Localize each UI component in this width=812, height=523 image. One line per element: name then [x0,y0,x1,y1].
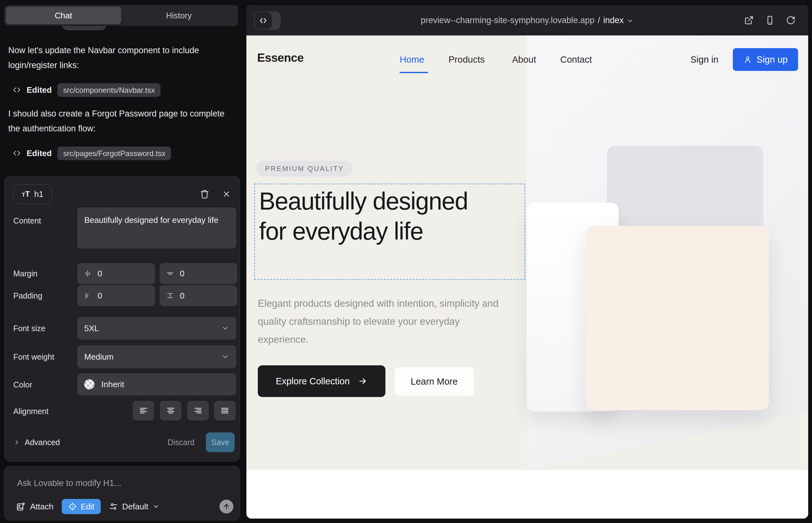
user-icon [743,55,752,64]
padding-y-value: 0 [180,291,184,301]
sign-up-label: Sign up [757,54,788,65]
prompt-input[interactable] [17,479,226,488]
nav-active-underline [400,72,428,73]
crosshair-icon [68,502,77,511]
site-logo[interactable]: Essence [257,51,304,65]
url-page: index [603,16,624,25]
font-size-value: 5XL [84,324,99,333]
chevron-down-icon [627,17,634,24]
align-center-button[interactable] [160,401,181,420]
padding-x-input[interactable]: 0 [77,285,155,306]
font-weight-label: Font weight [13,353,54,362]
file-chip[interactable]: src/pages/ForgotPassword.tsx [57,147,171,160]
close-editor-button[interactable] [222,190,231,198]
alignment-label: Alignment [13,407,49,416]
color-label: Color [13,380,32,390]
margin-x-input[interactable]: 0 [77,263,155,284]
edited-file-row: Edited src/components/Navbar.tsx [13,83,161,97]
mode-label: Default [122,502,148,511]
hero-heading[interactable]: Beautifully designed for everyday life [259,186,468,246]
attach-label: Attach [30,502,54,511]
url-separator: / [598,16,600,25]
tab-history[interactable]: History [121,7,237,24]
chat-message: I should also create a Forgot Password p… [8,106,235,136]
align-left-icon [139,406,148,415]
align-justify-icon [220,406,230,415]
color-select[interactable]: Inherit [77,373,236,395]
nav-link-products[interactable]: Products [448,54,484,65]
mobile-view-button[interactable] [765,16,775,25]
arrow-right-icon [358,376,367,386]
mode-select-button[interactable]: Default [109,502,160,511]
arrow-up-icon [222,502,231,511]
edited-file-row: Edited src/pages/ForgotPassword.tsx [13,146,171,160]
chat-history-tabs: Chat History [4,5,238,26]
nav-link-home[interactable]: Home [400,54,424,65]
margin-y-value: 0 [180,269,184,278]
editor-header: TT h1 [13,184,231,204]
font-weight-select[interactable]: Medium [77,345,236,368]
align-left-button[interactable] [133,401,154,420]
edited-label: Edited [27,148,52,158]
align-right-icon [193,406,203,415]
element-tag-pill[interactable]: TT h1 [13,184,52,204]
font-size-select[interactable]: 5XL [77,317,236,340]
save-button[interactable]: Save [206,432,235,452]
refresh-button[interactable] [786,16,796,25]
padding-y-input[interactable]: 0 [160,285,237,306]
chat-message: Now let's update the Navbar component to… [8,43,235,73]
decorative-card-beige [586,226,769,410]
attach-button[interactable]: Attach [16,502,54,511]
color-swatch-icon [84,379,94,390]
sign-in-link[interactable]: Sign in [690,54,719,65]
advanced-label: Advanced [25,438,60,447]
margin-label: Margin [13,269,37,278]
chevron-down-icon [221,324,229,332]
file-chip[interactable]: src/components/Navbar.tsx [57,83,160,97]
delete-element-button[interactable] [200,189,209,199]
align-right-button[interactable] [187,401,209,420]
edited-label: Edited [27,85,52,95]
edit-label: Edit [81,502,94,511]
explore-collection-label: Explore Collection [276,376,350,386]
margin-y-input[interactable]: 0 [160,263,237,284]
close-icon [222,190,231,198]
preview-frame: preview--charming-site-symphony.lovable.… [246,5,808,519]
margin-horizontal-icon [84,269,92,278]
align-center-icon [166,406,175,415]
section-below-hero [246,470,808,519]
refresh-icon [786,16,796,25]
explore-collection-button[interactable]: Explore Collection [258,365,385,397]
nav-link-contact[interactable]: Contact [560,54,592,65]
send-button[interactable] [219,500,233,513]
attach-image-icon [16,502,26,511]
advanced-toggle[interactable]: Advanced [13,438,60,447]
code-toggle-knob [254,12,272,29]
padding-horizontal-icon [84,292,92,300]
code-view-toggle[interactable] [254,12,281,30]
chevron-right-icon [13,439,20,446]
premium-quality-badge: PREMIUM QUALITY [256,161,353,177]
composer-toolbar: Attach Edit Default [16,499,233,514]
margin-vertical-icon [166,269,174,278]
sliders-icon [109,502,118,511]
content-label: Content [13,216,41,226]
external-link-icon [744,16,754,25]
font-weight-value: Medium [84,352,113,362]
edit-mode-button[interactable]: Edit [62,499,101,514]
sign-up-button[interactable]: Sign up [733,48,798,71]
preview-url[interactable]: preview--charming-site-symphony.lovable.… [246,16,808,25]
element-tag-name: h1 [34,189,43,199]
discard-button[interactable]: Discard [167,438,194,447]
content-input[interactable]: Beautifully designed for everyday life [77,208,236,249]
nav-link-about[interactable]: About [512,54,536,65]
learn-more-button[interactable]: Learn More [394,366,474,396]
font-size-label: Font size [13,324,45,333]
chevron-down-icon [153,503,160,510]
tab-chat[interactable]: Chat [6,7,121,24]
code-icon [259,16,267,25]
hero-paragraph: Elegant products designed with intention… [258,294,513,348]
open-external-button[interactable] [744,16,754,25]
align-justify-button[interactable] [214,401,236,420]
phone-icon [765,16,775,25]
